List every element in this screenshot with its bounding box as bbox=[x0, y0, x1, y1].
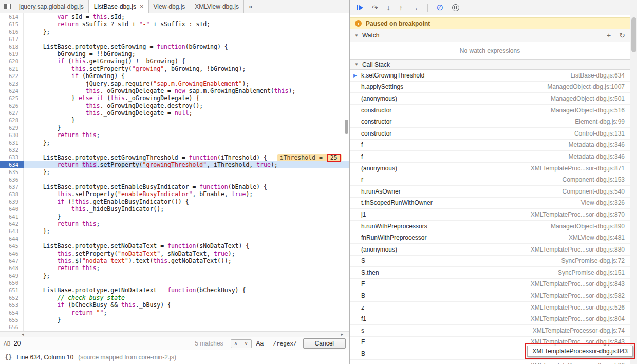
line-number[interactable]: 639 bbox=[0, 198, 24, 205]
callstack-frame[interactable]: (anonymous)XMLTemplateProc...sor-dbg.js:… bbox=[350, 163, 630, 175]
line-number[interactable]: 648 bbox=[0, 264, 24, 272]
callstack-frame[interactable]: (anonymous)XMLTemplateProc...sor-dbg.js:… bbox=[350, 244, 630, 256]
line-number[interactable]: 650 bbox=[0, 279, 24, 286]
line-number[interactable]: 630 bbox=[0, 131, 24, 139]
callstack-frame[interactable]: j1XMLTemplateProc...sor-dbg.js:870 bbox=[350, 209, 630, 221]
chevron-down-icon[interactable]: ▼ bbox=[354, 62, 359, 67]
tab-overflow-icon[interactable]: » bbox=[244, 0, 257, 13]
line-number[interactable]: 623 bbox=[0, 80, 24, 87]
code-editor[interactable]: 614 var sId = this.sId;615 return sSuffi… bbox=[0, 13, 349, 331]
show-navigator-button[interactable] bbox=[0, 0, 14, 13]
step-over-icon[interactable]: ↷ bbox=[372, 4, 378, 11]
editor-vertical-scrollbar[interactable] bbox=[344, 14, 349, 330]
line-number[interactable]: 619 bbox=[0, 50, 24, 58]
search-input[interactable]: 20 5 matches bbox=[12, 340, 231, 347]
line-number[interactable]: 616 bbox=[0, 28, 24, 35]
line-number[interactable]: 640 bbox=[0, 205, 24, 213]
pause-on-exceptions-icon[interactable] bbox=[452, 4, 459, 11]
callstack-frame[interactable]: zXMLTemplateProc...sor-dbg.js:526 bbox=[350, 302, 630, 314]
callstack-frame[interactable]: zXMLTemplateProc...sor-dbg.js:526 bbox=[350, 360, 630, 364]
line-number[interactable]: 631 bbox=[0, 139, 24, 146]
chevron-down-icon[interactable]: ▼ bbox=[354, 33, 359, 38]
step-icon[interactable]: → bbox=[411, 4, 419, 11]
callstack-frame[interactable]: constructorControl-dbg.js:131 bbox=[350, 128, 630, 140]
line-number[interactable]: 651 bbox=[0, 286, 24, 294]
callstack-frame[interactable]: S.then_SyncPromise-dbg.js:151 bbox=[350, 267, 630, 279]
step-into-icon[interactable]: ↓ bbox=[387, 4, 390, 11]
line-number[interactable]: 652 bbox=[0, 294, 24, 301]
add-watch-icon[interactable]: + bbox=[607, 31, 611, 40]
callstack-section-header[interactable]: ▼ Call Stack bbox=[350, 59, 630, 70]
callstack-frame[interactable]: f1XMLTemplateProc...sor-dbg.js:804 bbox=[350, 313, 630, 325]
line-number[interactable]: 655 bbox=[0, 316, 24, 323]
line-number[interactable]: 615 bbox=[0, 21, 24, 28]
line-number[interactable]: 628 bbox=[0, 117, 24, 124]
line-number[interactable]: 643 bbox=[0, 227, 24, 235]
line-number[interactable]: 647 bbox=[0, 257, 24, 264]
step-out-icon[interactable]: ↑ bbox=[399, 4, 403, 11]
callstack-frame[interactable]: FXMLTemplateProc...sor-dbg.js:843 bbox=[350, 279, 630, 291]
close-icon[interactable]: × bbox=[140, 3, 144, 10]
search-next-button[interactable]: ∨ bbox=[241, 339, 252, 348]
cancel-button[interactable]: Cancel bbox=[303, 338, 346, 349]
line-number[interactable]: 620 bbox=[0, 58, 24, 65]
callstack-frame[interactable]: h.applySettingsManagedObject-dbg.js:1007 bbox=[350, 82, 630, 93]
debugger-scrollbar-thumb[interactable] bbox=[631, 17, 636, 52]
callstack-frame[interactable]: rComponent-dbg.js:153 bbox=[350, 174, 630, 186]
callstack-frame[interactable]: constructorManagedObject-dbg.js:516 bbox=[350, 105, 630, 117]
line-number[interactable]: 656 bbox=[0, 323, 24, 331]
line-number[interactable]: 625 bbox=[0, 94, 24, 102]
callstack-frame[interactable]: fMetadata-dbg.js:346 bbox=[350, 151, 630, 163]
callstack-frame[interactable]: fMetadata-dbg.js:346 bbox=[350, 140, 630, 151]
line-number[interactable]: 634 bbox=[0, 161, 24, 168]
callstack-frame[interactable]: (anonymous)ManagedObject-dbg.js:501 bbox=[350, 93, 630, 105]
callstack-frame[interactable]: h.runWithPreprocessorsManagedObject-dbg.… bbox=[350, 221, 630, 233]
line-number[interactable]: 621 bbox=[0, 65, 24, 72]
line-number[interactable]: 629 bbox=[0, 124, 24, 131]
tab-jquery-sap-global[interactable]: jquery.sap.global-dbg.js bbox=[14, 0, 89, 13]
line-number[interactable]: 641 bbox=[0, 213, 24, 220]
line-number[interactable]: 649 bbox=[0, 272, 24, 279]
scroll-right-icon[interactable]: ▸ bbox=[341, 332, 343, 337]
search-previous-button[interactable]: ∧ bbox=[231, 339, 241, 348]
callstack-frame[interactable]: t.fnScopedRunWithOwnerView-dbg.js:326 bbox=[350, 198, 630, 209]
tab-xmlview[interactable]: XMLView-dbg.js bbox=[190, 0, 244, 13]
line-number[interactable]: 622 bbox=[0, 72, 24, 80]
line-number[interactable]: 636 bbox=[0, 176, 24, 183]
editor-horizontal-scrollbar[interactable]: ◂ ▸ bbox=[0, 331, 349, 337]
scroll-left-icon[interactable]: ◂ bbox=[22, 332, 24, 337]
refresh-watch-icon[interactable]: ↻ bbox=[619, 31, 625, 40]
line-number[interactable]: 635 bbox=[0, 168, 24, 176]
watch-section-header[interactable]: ▼ Watch + ↻ bbox=[350, 29, 630, 42]
line-number[interactable]: 614 bbox=[0, 13, 24, 21]
line-number[interactable]: 627 bbox=[0, 109, 24, 117]
regex-button[interactable]: /regex/ bbox=[273, 340, 296, 347]
match-case-button[interactable]: Aa bbox=[256, 340, 264, 347]
resume-script-icon[interactable] bbox=[357, 5, 363, 10]
line-number[interactable]: 638 bbox=[0, 190, 24, 198]
callstack-frame[interactable]: ▶k.setGrowingThresholdListBase-dbg.js:63… bbox=[350, 70, 630, 82]
line-number[interactable]: 632 bbox=[0, 146, 24, 154]
editor-vertical-scrollbar-thumb[interactable] bbox=[345, 120, 348, 134]
tab-view[interactable]: View-dbg.js bbox=[149, 0, 191, 13]
line-number[interactable]: 626 bbox=[0, 102, 24, 109]
callstack-frame[interactable]: sXMLTemplateProcessor-dbg.js:74 bbox=[350, 325, 630, 337]
debugger-scrollbar[interactable] bbox=[630, 0, 637, 364]
tab-listbase[interactable]: ListBase-dbg.js × bbox=[89, 0, 149, 13]
line-number[interactable]: 624 bbox=[0, 87, 24, 94]
callstack-frame[interactable]: S_SyncPromise-dbg.js:72 bbox=[350, 256, 630, 267]
line-number[interactable]: 637 bbox=[0, 183, 24, 190]
line-number[interactable]: 644 bbox=[0, 235, 24, 242]
callstack-frame[interactable]: fnRunWithPreprocessorXMLView-dbg.js:481 bbox=[350, 232, 630, 244]
line-number[interactable]: 653 bbox=[0, 301, 24, 309]
line-number[interactable]: 654 bbox=[0, 309, 24, 316]
line-number[interactable]: 633 bbox=[0, 154, 24, 161]
line-number[interactable]: 617 bbox=[0, 35, 24, 43]
pretty-print-icon[interactable]: {} bbox=[5, 354, 12, 361]
line-number[interactable]: 646 bbox=[0, 250, 24, 257]
callstack-frame[interactable]: constructorElement-dbg.js:99 bbox=[350, 116, 630, 128]
line-number[interactable]: 645 bbox=[0, 242, 24, 250]
callstack-frame[interactable]: BXMLTemplateProc...sor-dbg.js:582 bbox=[350, 290, 630, 302]
line-number[interactable]: 618 bbox=[0, 43, 24, 50]
deactivate-breakpoints-icon[interactable]: ∅ bbox=[437, 4, 443, 11]
